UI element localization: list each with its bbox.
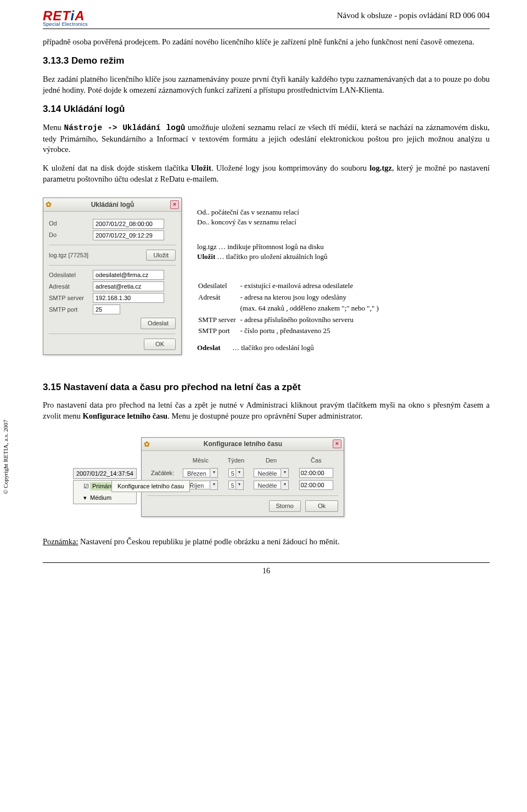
separator <box>49 245 176 245</box>
text: K uložení dat na disk dojde stiskem tlač… <box>43 163 191 172</box>
para-3-15: Pro nastavení data pro přechod na letní … <box>43 400 490 421</box>
dialog-titlebar: ✿ Ukládání logů × <box>43 198 181 212</box>
clock-display: 2007/01/22_14:37:54 <box>73 468 137 480</box>
para-3-14-1: Menu Nástroje -> Ukládání logů umožňuje … <box>43 122 490 155</box>
text: Nastavení pro Českou republiku je platné… <box>78 537 339 546</box>
separator <box>49 334 176 334</box>
text: Menu <box>43 123 64 132</box>
legend-val: - existující e-mailová adresa odesilatel… <box>240 281 382 291</box>
separator <box>147 495 338 496</box>
dialog-titlebar: ✿ Konfigurace letního času × <box>142 438 344 452</box>
page-number: 16 <box>43 566 490 577</box>
input-adresat[interactable] <box>93 281 164 291</box>
logo-subtitle: Special Electronics <box>43 22 88 26</box>
text: … tlačítko pro odeslání logů <box>232 343 314 352</box>
context-menu-mock: 2007/01/22_14:37:54 ☑Primární ▾Médium Ko… <box>73 468 137 505</box>
legend: Od.. počáteční čas v seznamu relací Do..… <box>197 198 383 363</box>
ok-button[interactable]: Ok <box>305 500 338 512</box>
select-value: 5 <box>228 469 236 477</box>
input-smtp-port[interactable] <box>93 304 120 314</box>
legend-val: (max. 64 znaků , odděleno znakem ";" neb… <box>240 303 382 314</box>
select-mesic[interactable]: Březen▾ <box>183 468 218 478</box>
legend-line: Od.. počáteční čas v seznamu relací <box>197 207 383 217</box>
menu-label: Konfigurace letního času <box>117 483 184 489</box>
chevron-down-icon[interactable]: ▾ <box>210 480 218 490</box>
label-adresat: Adresát <box>49 283 93 291</box>
input-cas[interactable] <box>299 468 333 478</box>
heading-3-14: 3.14 Ukládání logů <box>43 103 490 116</box>
col-den: Den <box>249 456 294 467</box>
heading-3-15: 3.15 Nastavení data a času pro přechod n… <box>43 381 490 394</box>
menu-label: Médium <box>90 494 111 502</box>
legend-val: - adresa na kterou jsou logy odeslány <box>240 292 382 303</box>
submenu-item[interactable]: Konfigurace letního času <box>111 480 190 493</box>
legend-line: Do.. koncový čas v seznamu relací <box>197 217 383 227</box>
footer-rule <box>43 562 490 563</box>
document-title: Návod k obsluze - popis ovládání RD 006 … <box>337 10 490 21</box>
note-3-15: Poznámka: Nastavení pro Českou republiku… <box>43 537 490 548</box>
cancel-button[interactable]: Storno <box>269 500 301 512</box>
header-rule <box>43 29 490 29</box>
input-smtp-server[interactable] <box>93 293 164 303</box>
send-button[interactable]: Odeslat <box>141 318 176 329</box>
label-smtp-port: SMTP port <box>49 306 93 314</box>
select-tyden[interactable]: 5▾ <box>228 480 244 490</box>
text-bold: Uložit <box>197 252 215 261</box>
copyright: © Copyright RETIA, a.s. 2007 <box>2 420 10 495</box>
label-od: Od <box>49 219 93 228</box>
note-label: Poznámka: <box>43 537 78 546</box>
menu-path: Nástroje -> Ukládání logů <box>64 123 186 132</box>
select-den[interactable]: Neděle▾ <box>254 480 289 490</box>
text-bold: Konfigurace letního času <box>83 411 168 420</box>
chevron-down-icon[interactable]: ▾ <box>236 480 244 490</box>
select-value: Neděle <box>254 481 281 489</box>
legend-line: Odeslat … tlačítko pro odeslání logů <box>197 343 383 353</box>
label-smtp-server: SMTP server <box>49 294 93 302</box>
close-icon[interactable]: × <box>170 200 179 209</box>
chevron-down-icon[interactable]: ▾ <box>281 480 289 490</box>
input-odesilatel[interactable] <box>93 270 164 280</box>
text: . Menu je dostupné pouze pro oprávnění S… <box>167 411 362 420</box>
gear-icon: ✿ <box>144 439 150 449</box>
legend-table: Odesilatel- existující e-mailová adresa … <box>197 280 383 337</box>
close-icon[interactable]: × <box>333 439 341 448</box>
ok-button[interactable]: OK <box>144 339 176 350</box>
chevron-down-icon[interactable]: ▾ <box>281 468 289 478</box>
text-bold: Odeslat <box>197 343 221 352</box>
legend-line: log.tgz … indikuje přítomnost logů na di… <box>197 242 383 252</box>
legend-key: Odesilatel <box>198 281 239 291</box>
col-tyden: Týden <box>223 456 249 467</box>
legend-key: SMTP port <box>198 326 239 336</box>
legend-key: Adresát <box>198 292 239 303</box>
col-cas: Čas <box>294 456 338 467</box>
label-zacatek: Začátek: <box>147 467 178 479</box>
input-od[interactable] <box>93 219 164 229</box>
para-3-13-3: Bez zadání platného licenčního klíče jso… <box>43 74 490 95</box>
dialog-konfigurace-letniho-casu: ✿ Konfigurace letního času × Měsíc Týden… <box>141 437 344 517</box>
input-cas[interactable] <box>299 480 333 490</box>
text-bold: log.tgz <box>369 163 392 172</box>
text: … tlačítko pro uložení aktuálních logů <box>215 252 327 261</box>
page-header: RETiA Special Electronics Návod k obsluz… <box>43 10 490 26</box>
chevron-down-icon[interactable]: ▾ <box>236 468 244 478</box>
save-button[interactable]: Uložit <box>146 250 176 261</box>
col-mesic: Měsíc <box>178 456 223 467</box>
menu-item-medium[interactable]: ▾Médium <box>74 492 136 504</box>
legend-key: SMTP server <box>198 315 239 325</box>
input-do[interactable] <box>93 230 164 240</box>
dialog-title: Ukládání logů <box>55 200 170 209</box>
chevron-down-icon[interactable]: ▾ <box>210 468 218 478</box>
logo: RETiA Special Electronics <box>43 10 88 26</box>
text: . Uložené logy jsou komprimovány do soub… <box>211 163 369 172</box>
heading-3-13-3: 3.13.3 Demo režim <box>43 55 490 67</box>
label-do: Do <box>49 231 93 239</box>
legend-val: - číslo portu , přednastaveno 25 <box>240 326 382 336</box>
select-tyden[interactable]: 5▾ <box>228 468 244 478</box>
para-3-14-2: K uložení dat na disk dojde stiskem tlač… <box>43 163 490 184</box>
select-value: Neděle <box>254 469 281 477</box>
label-logtgz: log.tgz [77253] <box>49 251 88 260</box>
select-value: Březen <box>183 469 210 477</box>
dialog-title: Konfigurace letního času <box>153 439 333 448</box>
dialog-ukladani-logu: ✿ Ukládání logů × Od Do log.tgz [77253] … <box>43 198 182 355</box>
select-den[interactable]: Neděle▾ <box>254 468 289 478</box>
